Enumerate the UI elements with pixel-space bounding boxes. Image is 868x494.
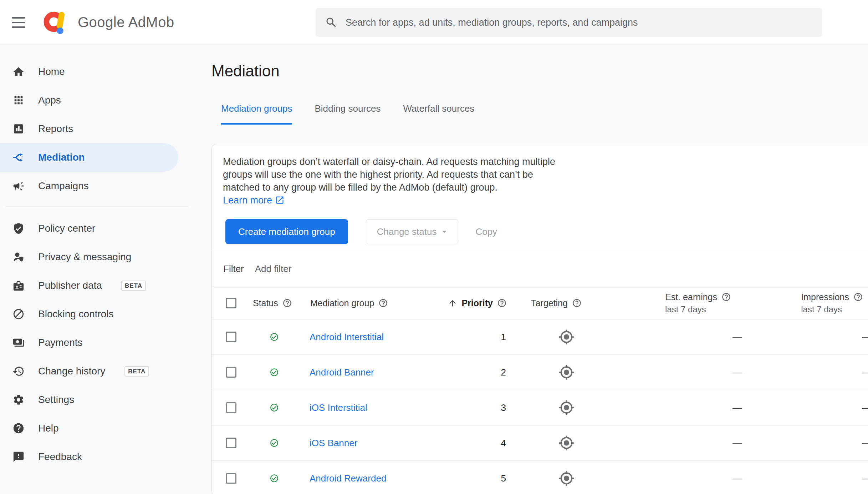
copy-button[interactable]: Copy (471, 226, 501, 237)
sidebar-item-home[interactable]: Home (0, 57, 178, 86)
page-title: Mediation (211, 45, 868, 80)
impressions-value: — (862, 473, 868, 484)
sidebar-item-payments[interactable]: Payments (0, 328, 178, 357)
add-filter-button[interactable]: Add filter (255, 263, 292, 274)
table-row: Android Interstitial 1 — — (212, 319, 868, 354)
help-circle-icon[interactable] (721, 292, 731, 302)
row-checkbox[interactable] (226, 367, 236, 378)
mediation-group-link[interactable]: iOS Interstitial (310, 402, 367, 413)
sidebar-item-campaigns[interactable]: Campaigns (0, 172, 178, 200)
sidebar-item-label: Settings (38, 394, 74, 405)
column-header-priority[interactable]: Priority (448, 298, 507, 308)
row-checkbox[interactable] (226, 438, 236, 448)
sidebar-item-label: Campaigns (38, 180, 89, 192)
column-header-impressions: Impressions last 7 days (801, 292, 863, 314)
priority-value: 3 (501, 402, 506, 413)
sidebar-item-label: Reports (38, 123, 73, 135)
sidebar-item-policy-center[interactable]: Policy center (0, 214, 178, 243)
sidebar-item-label: Home (38, 66, 65, 77)
info-text: Mediation groups don’t waterfall or dais… (223, 155, 556, 207)
mediation-split-icon (12, 151, 25, 163)
sidebar-item-blocking-controls[interactable]: Blocking controls (0, 300, 178, 328)
person-shield-icon (12, 251, 25, 263)
tab-bidding-sources[interactable]: Bidding sources (315, 103, 381, 125)
help-circle-icon[interactable] (282, 298, 292, 308)
targeting-icon[interactable] (558, 329, 575, 345)
filter-row: Filter Add filter (212, 251, 868, 287)
sidebar-item-label: Payments (38, 337, 83, 348)
beta-badge: BETA (121, 281, 146, 291)
status-enabled-icon (270, 368, 279, 377)
history-icon (12, 365, 25, 377)
targeting-icon[interactable] (558, 364, 575, 380)
mediation-group-link[interactable]: Android Rewarded (310, 473, 386, 484)
sidebar-item-apps[interactable]: Apps (0, 86, 178, 115)
targeting-icon[interactable] (558, 470, 575, 487)
main-content: Mediation Mediation groups Bidding sourc… (200, 45, 868, 494)
gear-icon (12, 394, 25, 406)
search-icon (325, 16, 338, 29)
create-mediation-group-button[interactable]: Create mediation group (225, 219, 348, 244)
targeting-icon[interactable] (558, 435, 575, 451)
filter-label: Filter (223, 263, 244, 274)
help-circle-icon[interactable] (378, 298, 388, 308)
sidebar-item-publisher-data[interactable]: Publisher data BETA (0, 271, 178, 300)
payments-icon (12, 337, 25, 349)
shield-check-icon (12, 222, 25, 235)
est-earnings-value: — (732, 438, 742, 449)
table-row: iOS Interstitial 3 — — (212, 390, 868, 425)
priority-value: 4 (501, 438, 506, 449)
admob-logo-icon (42, 10, 67, 35)
sidebar-item-settings[interactable]: Settings (0, 385, 178, 414)
help-circle-icon[interactable] (853, 292, 863, 302)
priority-value: 2 (501, 367, 506, 378)
home-icon (12, 66, 25, 78)
sidebar: Home Apps Reports Mediation Campaigns (0, 45, 200, 494)
sidebar-item-reports[interactable]: Reports (0, 115, 178, 143)
mediation-group-link[interactable]: Android Interstitial (310, 332, 384, 343)
sidebar-item-feedback[interactable]: Feedback (0, 443, 178, 471)
feedback-icon (12, 451, 25, 463)
sidebar-item-mediation[interactable]: Mediation (0, 143, 178, 172)
column-header-mediation-group: Mediation group (310, 298, 388, 308)
sidebar-item-help[interactable]: Help (0, 414, 178, 443)
impressions-value: — (862, 402, 868, 413)
help-circle-icon[interactable] (497, 298, 507, 308)
sort-ascending-arrow-icon (448, 298, 457, 308)
tab-mediation-groups[interactable]: Mediation groups (221, 103, 292, 125)
help-circle-icon[interactable] (572, 298, 582, 308)
impressions-value: — (862, 438, 868, 449)
row-checkbox[interactable] (226, 402, 236, 413)
reports-chart-icon (12, 123, 25, 135)
learn-more-link[interactable]: Learn more (223, 195, 285, 206)
mediation-group-link[interactable]: Android Banner (310, 367, 374, 378)
change-status-button[interactable]: Change status (366, 219, 459, 244)
column-header-targeting: Targeting (531, 298, 582, 308)
table-row: iOS Banner 4 — — (212, 425, 868, 460)
tab-waterfall-sources[interactable]: Waterfall sources (403, 103, 474, 125)
hamburger-menu-icon[interactable] (12, 17, 25, 28)
brand[interactable]: Google AdMob (42, 10, 174, 35)
sidebar-item-privacy-messaging[interactable]: Privacy & messaging (0, 243, 178, 271)
brand-text: Google AdMob (78, 14, 174, 30)
sidebar-item-label: Mediation (38, 152, 85, 163)
tab-bar: Mediation groups Bidding sources Waterfa… (221, 103, 868, 125)
select-all-checkbox[interactable] (226, 298, 236, 308)
table-row: Android Rewarded 5 — — (212, 460, 868, 494)
sidebar-item-label: Policy center (38, 223, 95, 234)
sidebar-item-label: Blocking controls (38, 308, 114, 320)
targeting-icon[interactable] (558, 400, 575, 416)
column-header-status: Status (253, 298, 292, 308)
sidebar-item-change-history[interactable]: Change history BETA (0, 357, 178, 385)
mediation-group-link[interactable]: iOS Banner (310, 438, 357, 449)
row-checkbox[interactable] (226, 332, 236, 342)
row-checkbox[interactable] (226, 473, 236, 484)
apps-grid-icon (12, 94, 25, 106)
sidebar-item-label: Publisher data (38, 280, 102, 291)
status-enabled-icon (270, 403, 279, 412)
mediation-groups-card: Mediation groups don’t waterfall or dais… (211, 144, 868, 494)
search-input[interactable] (346, 17, 813, 28)
priority-value: 5 (501, 473, 506, 484)
column-header-est-earnings: Est. earnings last 7 days (665, 292, 731, 314)
status-enabled-icon (270, 332, 279, 342)
